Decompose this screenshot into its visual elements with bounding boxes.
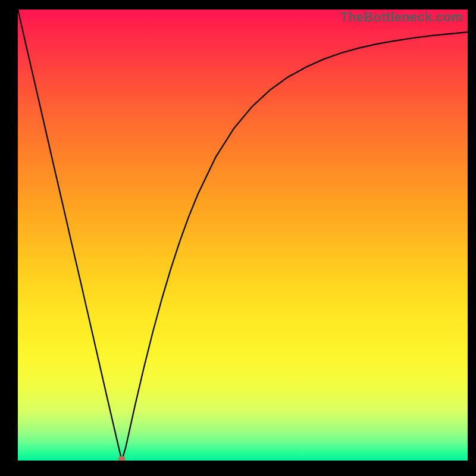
bottleneck-curve [18, 10, 468, 461]
chart-svg [18, 10, 468, 461]
gradient-plot-area: TheBottleneck.com [18, 10, 468, 461]
optimal-point-marker [118, 456, 126, 461]
